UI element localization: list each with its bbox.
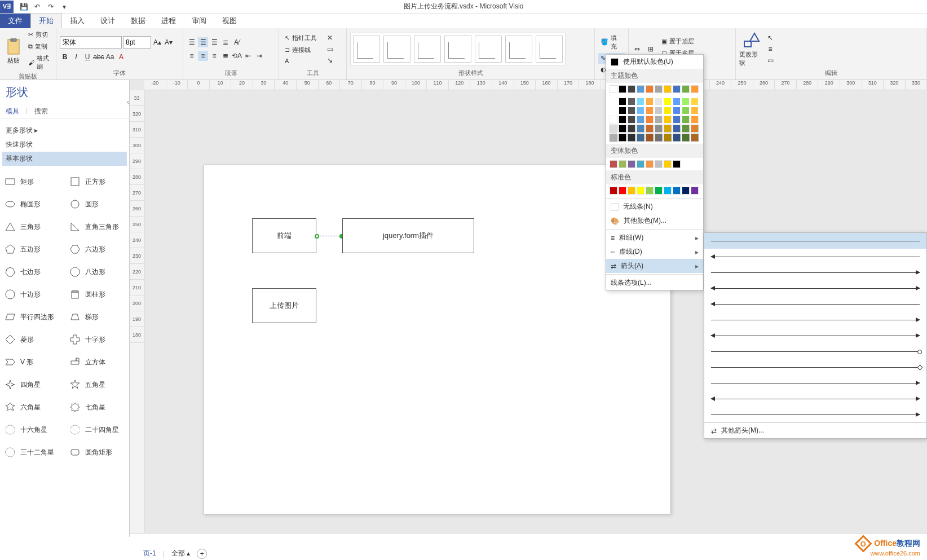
arrow-style-left[interactable] [704,249,926,264]
shape-stencil-item[interactable]: 直角三角形 [65,215,130,238]
align-top-icon[interactable]: ☰ [187,37,197,47]
shape-stencil-item[interactable]: V 形 [0,351,65,373]
color-swatch[interactable] [664,187,672,195]
shape-stencil-item[interactable]: 十字形 [65,328,130,351]
color-swatch[interactable] [673,187,681,195]
align-center-icon[interactable]: ≡ [198,51,208,61]
color-swatch[interactable] [628,98,635,105]
arrow-style-dot-right[interactable] [704,343,926,359]
color-swatch[interactable] [655,98,663,105]
color-swatch[interactable] [646,160,654,168]
tab-view[interactable]: 视图 [214,14,245,28]
color-swatch[interactable] [682,187,690,195]
pointer-tool-button[interactable]: ↖指针工具 [282,33,319,43]
all-pages-dropdown[interactable]: 全部 ▴ [171,549,190,558]
position-icon[interactable]: ⊞ [646,44,656,54]
add-page-button[interactable]: + [197,549,207,559]
shrink-font-icon[interactable]: A▾ [164,37,174,47]
color-swatch[interactable] [610,85,617,93]
shape-stencil-item[interactable]: 圆柱形 [65,283,130,306]
color-swatch[interactable] [673,85,681,93]
format-painter-button[interactable]: 🖌格式刷 [26,53,52,72]
style-swatch[interactable] [505,36,532,63]
shape-stencil-item[interactable]: 圆形 [65,193,130,215]
tab-process[interactable]: 进程 [153,14,184,28]
color-swatch[interactable] [682,98,690,105]
use-default-color-item[interactable]: 使用默认颜色(U) [606,55,703,69]
arrow-style-diamond-right[interactable] [704,359,926,375]
more-arrows-item[interactable]: ⇄其他箭头(M)... [704,422,926,438]
color-swatch[interactable] [646,187,654,195]
color-swatch[interactable] [637,85,645,93]
style-swatch[interactable] [414,36,441,63]
x-tool-icon[interactable]: ✕ [325,33,335,43]
color-swatch[interactable] [664,98,672,105]
color-swatch[interactable] [664,160,672,168]
shape-stencil-item[interactable]: 四角星 [0,373,65,396]
color-swatch[interactable] [637,98,645,105]
pointer2-icon[interactable]: ↖ [765,33,775,43]
indent-right-icon[interactable]: ⇥ [254,51,264,61]
clear-format-icon[interactable]: A⁄ [232,37,242,47]
align-right-icon[interactable]: ≡ [209,51,219,61]
tab-data[interactable]: 数据 [123,14,153,28]
grow-font-icon[interactable]: A▴ [152,37,162,47]
align-left-icon[interactable]: ≡ [187,51,197,61]
align-middle-icon[interactable]: ☰ [198,37,208,47]
paste-button[interactable]: 粘贴 [3,32,24,69]
shape-stencil-item[interactable]: 三角形 [0,215,65,238]
color-swatch[interactable] [610,107,617,114]
color-swatch[interactable] [628,116,635,124]
tab-design[interactable]: 设计 [92,14,123,28]
arrows-item[interactable]: ⇄箭头(A)▸ [606,259,703,273]
color-swatch[interactable] [637,116,645,124]
color-swatch[interactable] [691,187,699,195]
color-swatch[interactable] [619,85,626,93]
color-swatch[interactable] [682,116,690,124]
shape-stencil-item[interactable]: 六角星 [0,396,65,418]
color-swatch[interactable] [664,134,672,142]
dashes-item[interactable]: ┄虚线(D)▸ [606,245,703,259]
color-swatch[interactable] [655,116,663,124]
color-swatch[interactable] [673,116,681,124]
color-swatch[interactable] [637,134,645,142]
color-swatch[interactable] [673,134,681,142]
color-swatch[interactable] [664,107,672,114]
color-swatch[interactable] [646,85,654,93]
color-swatch[interactable] [637,107,645,114]
color-swatch[interactable] [628,125,635,133]
style-swatch[interactable] [444,36,471,63]
tab-file[interactable]: 文件 [0,14,30,28]
color-swatch[interactable] [682,85,690,93]
font-color-button[interactable]: A [116,52,126,62]
color-swatch[interactable] [691,85,699,93]
no-line-item[interactable]: 无线条(N) [606,200,703,214]
undo-icon[interactable]: ↶ [32,1,43,12]
color-swatch[interactable] [610,98,617,105]
color-swatch[interactable] [619,134,626,142]
case-button[interactable]: Aa [105,52,115,62]
color-swatch[interactable] [682,125,690,133]
color-swatch[interactable] [691,134,699,142]
line-options-item[interactable]: 线条选项(L)... [606,276,703,290]
shape-stencil-item[interactable]: 十边形 [0,283,65,306]
color-swatch[interactable] [664,125,672,133]
color-swatch[interactable] [691,125,699,133]
color-swatch[interactable] [664,116,672,124]
shape-stencil-item[interactable]: 五边形 [0,238,65,261]
stencils-tab[interactable]: 模具 [6,107,19,116]
color-swatch[interactable] [628,160,635,168]
color-swatch[interactable] [691,98,699,105]
font-size-select[interactable] [123,36,151,48]
connector-line[interactable] [320,236,340,236]
color-swatch[interactable] [628,187,635,195]
connector-sub-icon[interactable]: ↘ [325,55,335,65]
align-bottom-icon[interactable]: ☰ [209,37,219,47]
underline-button[interactable]: U [82,52,92,62]
color-swatch[interactable] [628,85,635,93]
arrow-style-both-thin[interactable] [704,328,926,343]
color-swatch[interactable] [655,187,663,195]
copy-button[interactable]: ⧉复制 [26,41,52,52]
shape-stencil-item[interactable]: 菱形 [0,328,65,351]
color-swatch[interactable] [682,107,690,114]
